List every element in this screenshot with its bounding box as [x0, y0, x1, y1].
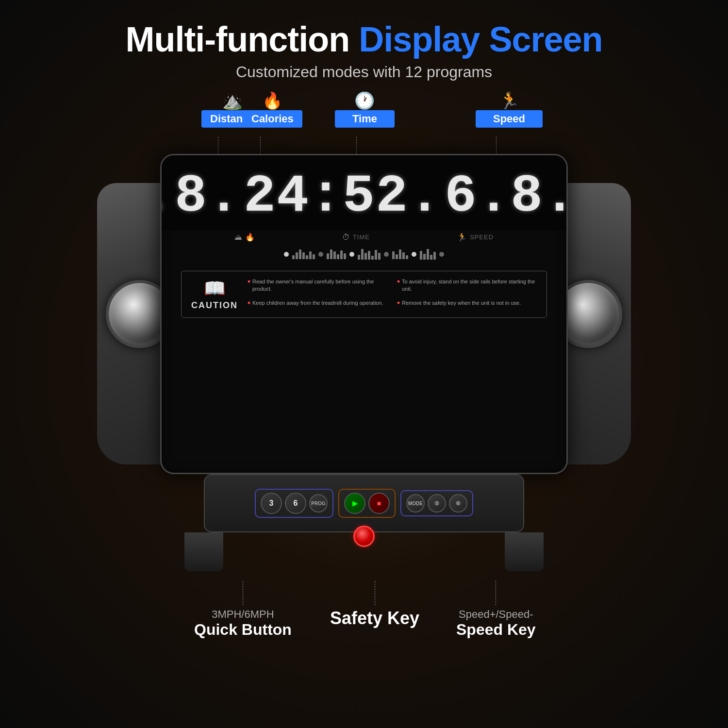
bar — [361, 249, 364, 260]
bar — [344, 253, 346, 259]
safety-key-container — [353, 526, 375, 547]
prog-dot-3 — [349, 252, 354, 257]
bar — [313, 254, 315, 259]
bar — [337, 254, 339, 259]
title-part2: Display Screen — [359, 20, 602, 59]
btn-prog[interactable]: PROG — [309, 494, 328, 513]
header: Multi-function Display Screen Customized… — [125, 19, 602, 81]
speed-key-annotation: Speed+/Speed- Speed Key — [456, 581, 536, 639]
prog-dot-1 — [284, 252, 289, 257]
icon-group-time: ⏱ TIME — [342, 232, 370, 242]
bar — [368, 251, 370, 260]
btn-play[interactable]: ▶ — [344, 493, 365, 514]
bar — [327, 253, 329, 259]
btn-speed-plus[interactable]: ⑥ — [449, 494, 467, 513]
prog-dot-5 — [412, 252, 416, 257]
bar — [378, 253, 381, 260]
caution-item-2: To avoid injury, stand on the side rails… — [397, 278, 537, 297]
bar — [292, 255, 295, 259]
top-annotations: ⛰️ Distance 🔥 Calories 🕐 Time 🏃 Speed — [97, 91, 631, 154]
caution-text-cols: Read the owner's manual carefully before… — [248, 278, 537, 311]
safety-key-annotation: Safety Key — [330, 581, 419, 629]
prog-bars-4 — [392, 249, 408, 259]
dashed-line-quick — [243, 581, 243, 605]
bar — [399, 249, 401, 259]
bar — [430, 255, 432, 260]
distance-sym: ⛰ — [234, 233, 242, 242]
prog-bars-2 — [327, 249, 346, 259]
bar — [375, 250, 377, 260]
prog-dot-4 — [384, 252, 389, 257]
btn-3mph[interactable]: 3 — [261, 493, 282, 514]
prog-bars-3 — [358, 249, 381, 260]
caution-icon: 📖 — [204, 278, 226, 298]
display-value-left: 6.8. — [160, 170, 241, 223]
leg-left — [184, 532, 223, 571]
bar — [330, 249, 332, 259]
dashed-line-safety — [375, 581, 375, 605]
quick-button-sub: 3MPH/6MPH — [212, 608, 274, 621]
dashed-line-distance — [218, 137, 218, 154]
speed-key-title: Speed Key — [456, 621, 536, 639]
speed-key-sub: Speed+/Speed- — [459, 608, 533, 621]
caution-icon-wrap: 📖 CAUTION — [191, 278, 238, 311]
prog-dot-2 — [318, 252, 323, 257]
bar — [423, 254, 426, 260]
speed-display-label: SPEED — [470, 233, 494, 241]
dashed-line-speed-key — [496, 581, 496, 605]
quick-button-group: 3 6 PROG — [255, 489, 333, 518]
calories-annotation: 🔥 Calories — [243, 91, 302, 128]
bar — [427, 249, 429, 260]
time-display-label: TIME — [353, 233, 370, 241]
calories-label: Calories — [243, 110, 302, 128]
dashed-line-time — [356, 137, 357, 154]
time-label: Time — [335, 110, 395, 128]
display-icons-row: ⛰ 🔥 ⏱ TIME 🏃 SPEED — [162, 232, 566, 242]
runner-sym: 🏃 — [457, 232, 467, 242]
btn-mode[interactable]: MODE — [406, 494, 425, 513]
caution-item-1: Read the owner's manual carefully before… — [248, 278, 387, 297]
bar — [299, 249, 301, 259]
distance-icon: ⛰️ — [222, 91, 243, 110]
btn-6mph[interactable]: 6 — [285, 493, 306, 514]
bar — [433, 252, 436, 260]
speed-annotation: 🏃 Speed — [476, 91, 543, 128]
display-screen: 8 6.8. 24:52. 6.8.5. ⛰ 🔥 ⏱ TIME 🏃 — [160, 154, 568, 474]
page-container: Multi-function Display Screen Customized… — [0, 0, 728, 728]
prog-bars-5 — [420, 249, 436, 260]
page-title: Multi-function Display Screen — [125, 19, 602, 59]
dashed-line-calories — [260, 137, 261, 154]
display-value-right: 6.8.5. — [445, 170, 568, 223]
bottom-annotations: 3MPH/6MPH Quick Button Safety Key Speed+… — [97, 581, 631, 678]
control-panel: 3 6 PROG ▶ ■ MODE ⑤ ⑥ — [204, 474, 524, 532]
quick-button-annotation: 3MPH/6MPH Quick Button — [194, 581, 292, 639]
bar — [406, 255, 408, 259]
caution-area: 📖 CAUTION Read the owner's manual carefu… — [181, 271, 547, 318]
caution-title: CAUTION — [191, 300, 238, 311]
title-part1: Multi-function — [125, 20, 349, 59]
btn-speed-minus[interactable]: ⑤ — [428, 494, 446, 513]
play-stop-group: ▶ ■ — [338, 489, 396, 518]
safety-key-button[interactable] — [353, 526, 375, 547]
icon-group-distance: ⛰ 🔥 — [234, 232, 255, 242]
time-annotation: 🕐 Time — [335, 91, 395, 128]
bar — [392, 251, 395, 259]
mode-speed-group: MODE ⑤ ⑥ — [400, 490, 473, 516]
time-icon: 🕐 — [354, 91, 375, 110]
program-row — [162, 242, 566, 267]
speed-icon: 🏃 — [499, 91, 519, 110]
icon-group-speed: 🏃 SPEED — [457, 232, 494, 242]
bar — [402, 252, 405, 259]
calories-sym: 🔥 — [245, 232, 255, 242]
bar — [364, 253, 367, 260]
bar — [333, 251, 336, 259]
bar — [396, 254, 398, 259]
clock-sym: ⏱ — [342, 233, 350, 242]
treadmill-frame: 8 6.8. 24:52. 6.8.5. ⛰ 🔥 ⏱ TIME 🏃 — [97, 154, 631, 532]
prog-bars-1 — [292, 249, 315, 259]
bar — [371, 256, 374, 260]
bar — [309, 251, 312, 259]
display-value-center: 24:52. — [244, 170, 442, 223]
btn-stop[interactable]: ■ — [368, 493, 390, 514]
bar — [306, 255, 308, 259]
